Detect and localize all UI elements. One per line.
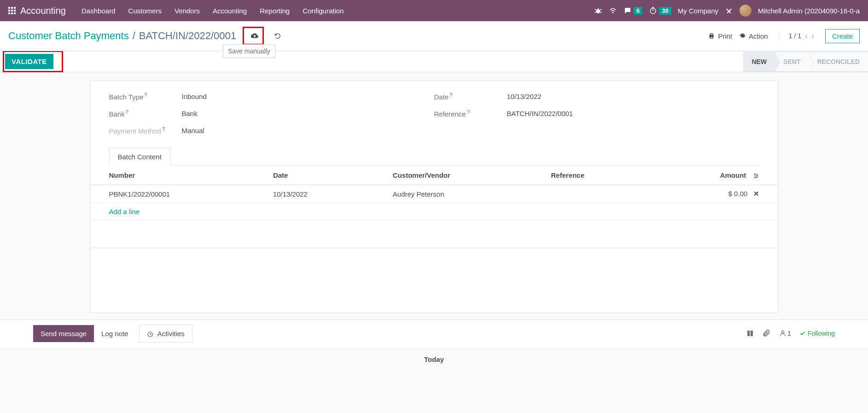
print-button[interactable]: Print [708,32,732,40]
chat-icon [623,6,632,15]
menu-reporting[interactable]: Reporting [253,0,296,21]
svg-line-2 [594,9,596,10]
svg-rect-12 [711,37,713,38]
date-value[interactable]: 10/13/2022 [507,93,542,100]
col-reference[interactable]: Reference [532,166,650,185]
action-button[interactable]: Action [739,32,768,40]
reference-label: Reference? [434,109,507,118]
validate-highlight: VALIDATE [3,51,63,72]
check-icon [799,330,806,337]
app-title[interactable]: Accounting [20,6,66,16]
sheet-wrap: Batch Type? Inbound Bank? Bank Payment M… [0,72,868,313]
table-row[interactable]: PBNK1/2022/00001 10/13/2022 Audrey Peter… [91,185,778,203]
send-message-button[interactable]: Send message [33,325,94,342]
chatter-today: Today [0,355,868,363]
followers-count[interactable]: 1 [779,330,791,337]
undo-icon [274,32,281,40]
svg-point-0 [596,9,600,13]
help-icon[interactable]: ? [467,109,470,115]
save-highlight [243,27,264,45]
timer-badge[interactable]: 38 [649,6,671,15]
status-bar: NEW SENT RECONCILED [743,52,868,72]
tools-icon[interactable] [725,6,733,15]
avatar[interactable] [740,5,751,17]
batch-type-value[interactable]: Inbound [182,93,207,100]
step-sent[interactable]: SENT [775,52,809,72]
log-note-button[interactable]: Log note [94,325,135,342]
breadcrumb-row: Customer Batch Payments / BATCH/IN/2022/… [0,21,868,51]
wifi-icon[interactable] [609,6,617,15]
pager: 1 / 1 ‹ › [779,31,814,41]
svg-line-4 [594,12,596,13]
menu-customers[interactable]: Customers [122,0,168,21]
col-number[interactable]: Number [91,166,255,185]
bug-icon[interactable] [594,6,602,15]
col-amount[interactable]: Amount [650,166,777,185]
save-tooltip: Save manually [223,44,275,58]
breadcrumb: Customer Batch Payments / BATCH/IN/2022/… [8,27,285,45]
print-label: Print [718,32,732,40]
reference-value[interactable]: BATCH/IN/2022/0001 [507,110,573,117]
payment-method-label: Payment Method? [109,126,182,135]
cell-reference[interactable] [532,185,650,203]
user-icon [779,330,786,337]
activities-button[interactable]: Activities [139,325,192,343]
svg-point-18 [757,175,757,176]
col-date[interactable]: Date [255,166,374,185]
menu-vendors[interactable]: Vendors [168,0,206,21]
chatter-right: 1 Following [746,329,835,337]
breadcrumb-parent[interactable]: Customer Batch Payments [8,30,129,42]
date-label: Date? [434,92,507,101]
cell-amount[interactable]: $ 0.00 ✕ [650,185,777,203]
save-button[interactable] [247,29,262,43]
cloud-upload-icon [250,32,259,40]
payment-method-value[interactable]: Manual [182,127,204,134]
col-customer-vendor[interactable]: Customer/Vendor [374,166,533,185]
svg-line-5 [600,12,601,13]
clock-icon [147,331,153,337]
company-selector[interactable]: My Company [678,7,718,15]
create-button[interactable]: Create [825,29,860,43]
add-line-button[interactable]: Add a line [109,208,140,215]
nav-right: 6 38 My Company Mitchell Admin (20204090… [594,5,864,17]
user-name[interactable]: Mitchell Admin (20204090-16-0-a [758,7,860,15]
help-icon[interactable]: ? [162,126,165,132]
following-button[interactable]: Following [799,330,835,337]
tab-batch-content[interactable]: Batch Content [109,148,170,166]
cell-number[interactable]: PBNK1/2022/00001 [91,185,255,203]
attachment-icon[interactable] [763,329,771,337]
bank-value[interactable]: Bank [182,110,198,117]
action-bar: VALIDATE NEW SENT RECONCILED [0,51,868,72]
svg-point-23 [781,331,784,333]
action-label: Action [749,32,768,40]
discard-button[interactable] [270,29,285,43]
form-col-right: Date? 10/13/2022 Reference? BATCH/IN/202… [434,92,759,143]
print-icon [708,32,715,40]
svg-rect-11 [711,34,713,35]
columns-settings-icon[interactable] [753,171,759,179]
batch-content-table: Number Date Customer/Vendor Reference Am… [91,166,778,276]
pager-prev[interactable]: ‹ [805,31,808,41]
add-line-row: Add a line [91,203,778,221]
book-icon[interactable] [746,329,754,337]
pager-next[interactable]: › [811,31,814,41]
validate-button[interactable]: VALIDATE [5,54,53,69]
step-reconciled[interactable]: RECONCILED [809,52,868,72]
menu-dashboard[interactable]: Dashboard [75,0,122,21]
messages-badge[interactable]: 6 [623,6,642,15]
batch-type-label: Batch Type? [109,92,182,101]
main-menu: Dashboard Customers Vendors Accounting R… [75,0,350,21]
help-icon[interactable]: ? [144,92,147,98]
menu-configuration[interactable]: Configuration [296,0,350,21]
menu-accounting[interactable]: Accounting [206,0,253,21]
tabs: Batch Content [109,148,759,166]
apps-icon[interactable] [8,7,16,14]
step-new[interactable]: NEW [743,52,775,72]
top-nav: Accounting Dashboard Customers Vendors A… [0,0,868,21]
cell-customer-vendor[interactable]: Audrey Peterson [374,185,533,203]
chatter: Send message Log note Activities 1 Follo… [0,320,868,347]
help-icon[interactable]: ? [126,109,128,115]
help-icon[interactable]: ? [449,92,452,98]
row-delete-icon[interactable]: ✕ [753,190,759,198]
cell-date[interactable]: 10/13/2022 [255,185,374,203]
